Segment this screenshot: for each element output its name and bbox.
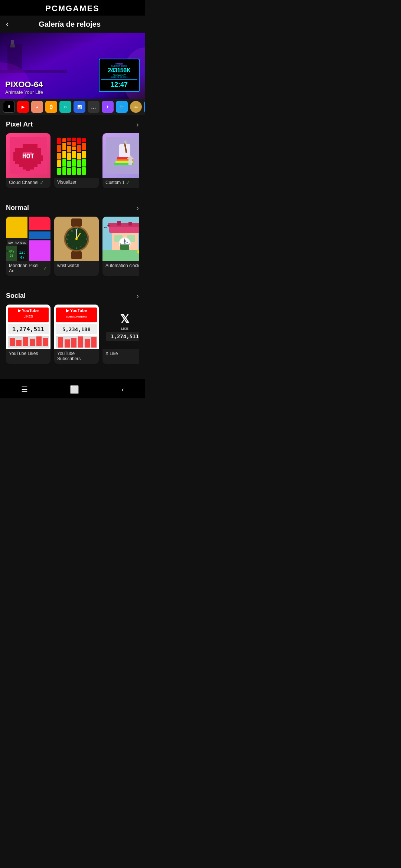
svg-text:2: 2 (85, 234, 86, 236)
section-normal-arrow[interactable]: › (136, 204, 139, 212)
hero-screen: twitch SUBSCRIBERS 243156K Pixel world™ … (99, 59, 140, 92)
svg-rect-32 (29, 231, 50, 239)
league-icon[interactable]: LoL (130, 101, 142, 113)
card-wristwatch[interactable]: 12 3 6 9 11 10 1 2 8 7 4 5 (54, 217, 99, 276)
card-yt-likes[interactable]: ▶ YouTube LIKES 1,274,511 YouTube Likes (6, 305, 50, 364)
card-yt-likes-label: YouTube Likes (9, 351, 38, 356)
svg-rect-43 (6, 250, 8, 252)
svg-text:3: 3 (129, 243, 130, 245)
svg-text:5: 5 (81, 246, 82, 248)
fortnite-icon[interactable]: FN (144, 101, 145, 113)
ifttt-icon[interactable]: if (3, 101, 15, 113)
icon-row: if ▶ ▲ ₿ ○ 📊 … t 🐦 LoL FN (0, 99, 145, 115)
svg-text:HOT: HOT (22, 152, 35, 160)
svg-rect-105 (65, 339, 70, 348)
svg-rect-106 (71, 338, 76, 348)
card-custom1-label: Custom 1 (105, 180, 124, 185)
svg-text:10: 10 (66, 234, 69, 236)
svg-rect-95 (36, 336, 42, 346)
screen-time: 12:47 (101, 79, 137, 89)
card-mondrian-check: ✓ (43, 265, 48, 271)
card-visualizer[interactable]: Visualizer (54, 133, 99, 188)
svg-rect-45 (71, 251, 82, 259)
svg-rect-10 (23, 144, 30, 152)
svg-text:8: 8 (67, 243, 68, 245)
card-x-like[interactable]: 𝕏 LIKE 1,274,511 X Like (102, 305, 139, 364)
page-title: Galería de relojes (12, 20, 127, 29)
alexa-icon[interactable]: ○ (59, 101, 71, 113)
card-visualizer-label: Visualizer (57, 180, 76, 185)
menu-button[interactable]: ☰ (14, 384, 35, 395)
svg-rect-91 (10, 338, 15, 346)
section-social-title: Social (6, 292, 26, 300)
card-yt-subscribers[interactable]: ▶ YouTube SUBSCRIBERS 5,234,188 YouTube … (54, 305, 99, 364)
screen-date: WED 24 12·2021 (111, 76, 128, 78)
card-x-like-label: X Like (105, 351, 118, 356)
card-wristwatch-label: wrist watch (57, 263, 79, 268)
home-button[interactable]: ⬜ (62, 384, 87, 395)
card-custom1-check: ✓ (126, 180, 130, 185)
hero-banner: PIXOO-64 Animate Your Life twitch SUBSCR… (0, 33, 145, 99)
card-cloud-channel[interactable]: HOT Cloud Channel ✓ (6, 133, 50, 188)
section-normal: Normal › NOW PLAYING MAY (0, 198, 145, 279)
svg-rect-64 (102, 250, 139, 261)
section-social-arrow[interactable]: › (136, 292, 139, 300)
bitcoin-icon[interactable]: ₿ (45, 101, 57, 113)
svg-rect-19 (26, 169, 30, 171)
svg-text:12:: 12: (19, 250, 26, 254)
back-nav-button[interactable]: ‹ (114, 384, 131, 395)
artisan-icon[interactable]: ▲ (31, 101, 43, 113)
svg-rect-33 (29, 240, 50, 261)
youtube-icon[interactable]: ▶ (17, 101, 29, 113)
svg-rect-78 (120, 244, 129, 250)
svg-rect-31 (29, 217, 50, 230)
section-social: Social › ▶ YouTube LIKES 1,274,511 (0, 286, 145, 367)
svg-text:5,234,188: 5,234,188 (62, 326, 91, 332)
svg-text:1,274,511: 1,274,511 (12, 326, 45, 333)
sub-count: 243156K (108, 67, 130, 74)
card-custom1[interactable]: Custom 1 ✓ (102, 133, 139, 188)
social-card-row: ▶ YouTube LIKES 1,274,511 YouTube Likes (6, 305, 139, 367)
svg-rect-93 (23, 337, 28, 346)
card-mondrian-label: Mondrian Pixel Art (9, 263, 42, 273)
svg-text:▶ YouTube: ▶ YouTube (18, 308, 39, 313)
svg-text:▶ YouTube: ▶ YouTube (66, 308, 87, 313)
section-pixel-art-arrow[interactable]: › (136, 120, 139, 129)
svg-text:𝕏: 𝕏 (120, 312, 130, 326)
twitter-icon[interactable]: 🐦 (116, 101, 128, 113)
card-cloud-channel-label: Cloud Channel (9, 180, 38, 185)
svg-text:LIKES: LIKES (23, 315, 33, 318)
svg-rect-30 (6, 217, 27, 238)
back-button[interactable]: ‹ (6, 19, 9, 29)
chart-icon[interactable]: 📊 (74, 101, 85, 113)
card-automation-clock-label: Automation clock (105, 263, 139, 268)
top-bar: PCMGAMES (0, 0, 145, 16)
svg-text:LIKE: LIKE (121, 327, 128, 331)
card-mondrian[interactable]: NOW PLAYING MAY 20 12: 47 Mondrian Pixel… (6, 217, 50, 276)
twitch-brand: twitch (115, 62, 123, 65)
svg-text:20: 20 (10, 254, 13, 257)
twitch-icon[interactable]: t (102, 101, 114, 113)
card-cloud-channel-check: ✓ (40, 180, 44, 185)
section-normal-title: Normal (6, 204, 29, 212)
more-icon[interactable]: … (88, 101, 100, 113)
svg-text:1,274,511: 1,274,511 (111, 333, 139, 339)
app-title: PCMGAMES (0, 4, 145, 13)
svg-text:MAY: MAY (9, 250, 14, 254)
normal-card-row: NOW PLAYING MAY 20 12: 47 Mondrian Pixel… (6, 217, 139, 279)
svg-rect-104 (58, 337, 63, 348)
hero-tagline: Animate Your Life (5, 89, 99, 95)
pixel-art-card-row: HOT Cloud Channel ✓ (6, 133, 139, 191)
svg-rect-107 (78, 336, 83, 348)
card-yt-subscribers-label: YouTube Subscribers (57, 351, 96, 361)
svg-rect-80 (128, 222, 132, 226)
svg-rect-44 (71, 218, 82, 227)
svg-text:11: 11 (71, 230, 73, 232)
svg-rect-94 (30, 339, 35, 346)
hero-brand: PIXOO-64 (5, 80, 99, 89)
svg-text:NOW PLAYING: NOW PLAYING (9, 241, 26, 244)
svg-rect-67 (108, 223, 139, 227)
card-automation-clock[interactable]: 12 6 9 3 (102, 217, 139, 276)
svg-text:3: 3 (85, 238, 87, 240)
svg-rect-92 (16, 340, 22, 346)
